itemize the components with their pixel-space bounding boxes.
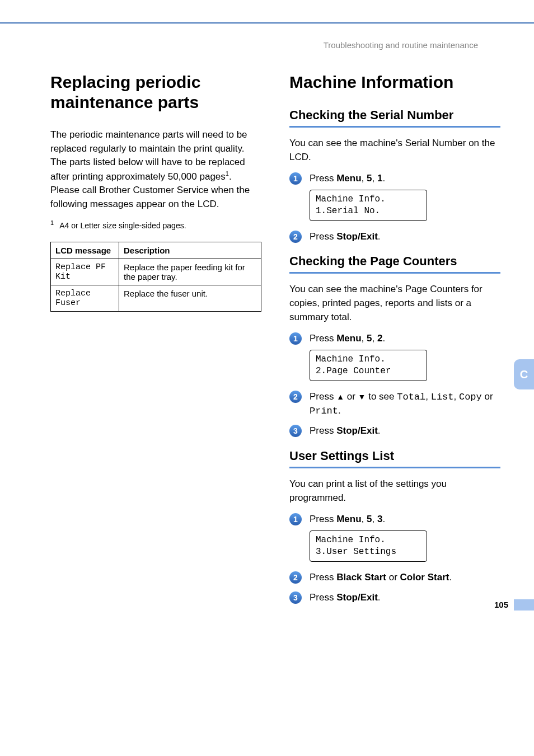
- txt: Press: [310, 231, 336, 242]
- opt-total: Total: [397, 392, 425, 402]
- key-menu: Menu: [336, 333, 361, 344]
- txt: Press: [310, 425, 336, 436]
- lcd-display: Machine Info. 3.User Settings: [310, 530, 427, 562]
- left-column: Replacing periodic maintenance parts The…: [50, 72, 261, 611]
- section-counters-title: Checking the Page Counters: [289, 254, 500, 269]
- th-lcd-message: LCD message: [51, 242, 119, 259]
- step-2: 2 Press Black Start or Color Start.: [289, 571, 500, 584]
- step-2: 2 Press Stop/Exit.: [289, 230, 500, 243]
- txt: Press: [310, 391, 336, 402]
- txt: or: [386, 572, 400, 583]
- txt: ,: [362, 333, 367, 344]
- txt: to see: [366, 391, 397, 402]
- txt: Press: [310, 572, 336, 583]
- txt: .: [382, 514, 385, 524]
- opt-list: List: [431, 392, 454, 402]
- table-header-row: LCD message Description: [51, 242, 261, 259]
- left-paragraph: The periodic maintenance parts will need…: [50, 128, 261, 212]
- step-body: Press Stop/Exit.: [310, 591, 500, 604]
- footnote-num: 1: [50, 219, 54, 226]
- footnote-text: A4 or Letter size single-sided pages.: [59, 220, 186, 229]
- th-description: Description: [119, 242, 261, 259]
- right-heading: Machine Information: [289, 72, 500, 92]
- step-badge-3: 3: [289, 425, 302, 437]
- cell-desc-1: Replace the paper feeding kit for the pa…: [119, 259, 261, 285]
- txt: Press: [310, 514, 336, 524]
- key-stop-exit: Stop/Exit: [336, 592, 378, 603]
- step-badge-1: 1: [289, 332, 302, 345]
- counters-steps: 1 Press Menu, 5, 2. Machine Info. 2.Page…: [289, 332, 500, 438]
- opt-copy: Copy: [459, 392, 482, 402]
- footnote: 1A4 or Letter size single-sided pages.: [50, 219, 261, 230]
- txt: .: [382, 333, 385, 344]
- step-badge-2: 2: [289, 391, 302, 403]
- up-arrow-icon: ▲: [336, 392, 344, 401]
- down-arrow-icon: ▼: [358, 392, 366, 401]
- txt: Press: [310, 592, 336, 603]
- lcd-display: Machine Info. 1.Serial No.: [310, 190, 427, 221]
- page-number-bar: [514, 599, 534, 611]
- cell-lcd-msg-2: Replace Fuser: [51, 285, 119, 312]
- breadcrumb: Troubleshooting and routine maintenance: [50, 40, 500, 50]
- cell-lcd-msg-1: Replace PF Kit: [51, 259, 119, 285]
- key-5: 5: [367, 333, 372, 344]
- step-1: 1 Press Menu, 5, 2. Machine Info. 2.Page…: [289, 332, 500, 383]
- txt: .: [378, 592, 381, 603]
- key-color-start: Color Start: [400, 572, 449, 583]
- txt: ,: [372, 514, 377, 524]
- step-body: Press Stop/Exit.: [310, 424, 500, 438]
- usersettings-intro: You can print a list of the settings you…: [289, 477, 500, 505]
- step-1: 1 Press Menu, 5, 3. Machine Info. 3.User…: [289, 513, 500, 564]
- txt: .: [449, 572, 452, 583]
- key-stop-exit: Stop/Exit: [336, 231, 378, 242]
- step-body: Press Black Start or Color Start.: [310, 571, 500, 584]
- step-1: 1 Press Menu, 5, 1. Machine Info. 1.Seri…: [289, 172, 500, 223]
- txt: .: [382, 173, 385, 184]
- key-menu: Menu: [336, 173, 361, 184]
- key-menu: Menu: [336, 514, 361, 524]
- counters-intro: You can see the machine's Page Counters …: [289, 283, 500, 324]
- usersettings-steps: 1 Press Menu, 5, 3. Machine Info. 3.User…: [289, 513, 500, 604]
- left-heading: Replacing periodic maintenance parts: [50, 72, 261, 112]
- step-badge-2: 2: [289, 231, 302, 243]
- txt: ,: [425, 391, 430, 402]
- table-row: Replace PF Kit Replace the paper feeding…: [51, 259, 261, 285]
- section-rule: [289, 126, 500, 128]
- lcd-message-table: LCD message Description Replace PF Kit R…: [50, 242, 261, 312]
- txt: Press: [310, 333, 336, 344]
- txt: or: [482, 391, 493, 402]
- txt: or: [344, 391, 358, 402]
- txt: .: [378, 425, 381, 436]
- key-black-start: Black Start: [336, 572, 386, 583]
- step-3: 3 Press Stop/Exit.: [289, 424, 500, 438]
- txt: ,: [372, 173, 377, 184]
- key-2: 2: [377, 333, 382, 344]
- section-serial-title: Checking the Serial Number: [289, 108, 500, 123]
- section-rule: [289, 467, 500, 468]
- step-badge-1: 1: [289, 513, 302, 525]
- section-tab: C: [514, 359, 534, 389]
- step-body: Press Menu, 5, 3. Machine Info. 3.User S…: [310, 513, 500, 564]
- txt: .: [378, 231, 381, 242]
- txt: ,: [454, 391, 459, 402]
- key-5: 5: [367, 173, 372, 184]
- section-usersettings-title: User Settings List: [289, 449, 500, 463]
- step-badge-3: 3: [289, 591, 302, 604]
- serial-intro: You can see the machine's Serial Number …: [289, 137, 500, 164]
- txt: ,: [372, 333, 377, 344]
- step-body: Press ▲ or ▼ to see Total, List, Copy or…: [310, 390, 500, 418]
- txt: ,: [362, 514, 367, 524]
- key-1: 1: [377, 173, 382, 184]
- cell-desc-2: Replace the fuser unit.: [119, 285, 261, 312]
- opt-print: Print: [310, 406, 338, 416]
- table-row: Replace Fuser Replace the fuser unit.: [51, 285, 261, 312]
- lcd-display: Machine Info. 2.Page Counter: [310, 350, 427, 381]
- step-body: Press Menu, 5, 1. Machine Info. 1.Serial…: [310, 172, 500, 223]
- step-body: Press Menu, 5, 2. Machine Info. 2.Page C…: [310, 332, 500, 383]
- serial-steps: 1 Press Menu, 5, 1. Machine Info. 1.Seri…: [289, 172, 500, 243]
- txt: Press: [310, 173, 336, 184]
- key-stop-exit: Stop/Exit: [336, 425, 378, 436]
- section-rule: [289, 272, 500, 274]
- step-body: Press Stop/Exit.: [310, 230, 500, 243]
- step-2: 2 Press ▲ or ▼ to see Total, List, Copy …: [289, 390, 500, 418]
